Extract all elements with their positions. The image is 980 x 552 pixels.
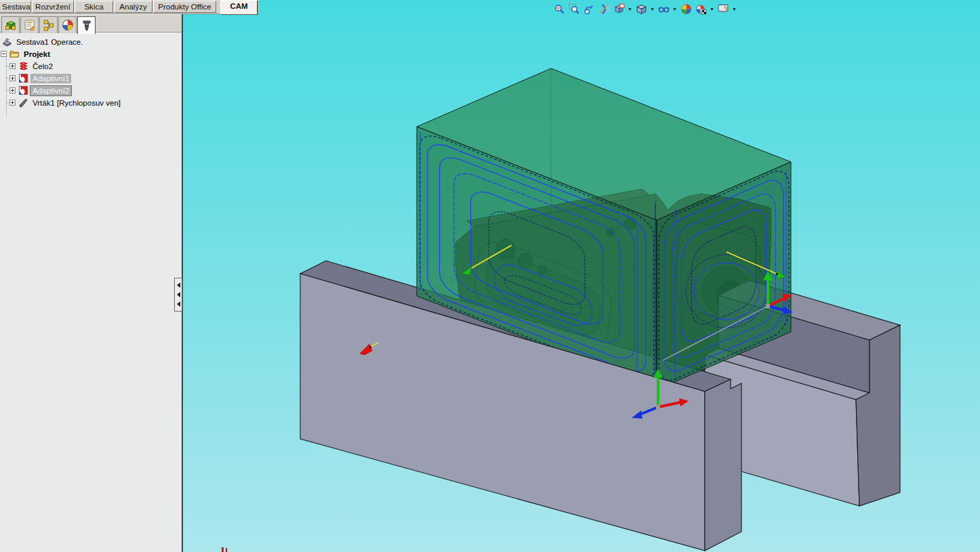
command-tab-label: Sestava: [2, 3, 30, 11]
tree-item-label: Projekt: [22, 49, 52, 59]
previous-view-icon: [584, 3, 595, 15]
zoom-fit-icon: [554, 3, 565, 15]
previous-view-button[interactable]: [581, 2, 596, 16]
tree-connector: [6, 55, 7, 116]
command-tab-analýzy[interactable]: Analýzy: [114, 1, 152, 13]
command-tab-skica[interactable]: Skica: [75, 1, 113, 13]
apply-scene-button[interactable]: [678, 2, 693, 16]
tree-item-sestava1-operace[interactable]: Sestava1 Operace.: [2, 36, 85, 47]
operation-root-icon: [2, 37, 12, 47]
panel-tab-property-manager[interactable]: [20, 16, 39, 33]
section-view-icon: [598, 3, 610, 15]
dropdown-caret-icon[interactable]: ▼: [649, 2, 656, 16]
tree-connector: [6, 66, 10, 66]
panel-tab-feature-tree[interactable]: [1, 16, 20, 33]
application-window: { "command_tabs": { "active_index": 5, "…: [0, 0, 980, 552]
panel-tab-cam-tree[interactable]: [77, 16, 96, 34]
collapse-arrow-icon: [177, 292, 180, 297]
tree-item-label: Čelo2: [30, 62, 55, 71]
adaptive-operation-icon: [18, 73, 28, 83]
drill-operation-icon: [18, 98, 28, 108]
feature-tree-icon: [5, 19, 17, 31]
tree-item-label: Adaptivní1: [30, 74, 71, 83]
collapse-box-icon[interactable]: [1, 51, 7, 57]
appearance-icon: [718, 3, 729, 15]
tree-item-label: Vrták1 [Rychloposuv ven]: [30, 98, 123, 108]
appearance-button[interactable]: [716, 2, 731, 16]
tree-item-adaptivní1[interactable]: Adaptivní1: [9, 72, 71, 84]
adaptive-operation-icon: [18, 85, 28, 95]
command-tab-produkty-office[interactable]: Produkty Office: [153, 1, 216, 13]
collapse-arrow-icon: [177, 282, 180, 288]
tree-connector: [6, 102, 10, 103]
zoom-fit-button[interactable]: [552, 2, 567, 16]
hide-show-items-button[interactable]: [656, 2, 671, 16]
expand-box-icon[interactable]: [9, 100, 16, 106]
render-settings-icon: [695, 3, 707, 15]
expand-box-icon[interactable]: [9, 87, 16, 93]
project-folder-icon: [9, 49, 20, 59]
view-toolbar: ▼▼▼▼▼: [552, 2, 738, 16]
facing-operation-icon: [18, 61, 28, 71]
tree-item-label: Adaptivní2: [30, 86, 71, 95]
command-tab-label: Produkty Office: [158, 3, 211, 11]
command-tab-cam[interactable]: CAM: [220, 0, 258, 14]
panel-collapse-handle[interactable]: [174, 278, 182, 312]
dropdown-caret-icon[interactable]: ▼: [708, 2, 716, 16]
expand-box-icon[interactable]: [9, 63, 16, 69]
feature-manager-tab-strip: [0, 14, 182, 33]
render-settings-button[interactable]: [693, 2, 708, 16]
command-tab-label: CAM: [230, 2, 247, 10]
command-tab-label: Analýzy: [119, 3, 146, 11]
tree-item-adaptivní2[interactable]: Adaptivní2: [9, 85, 71, 96]
tree-connector: [6, 90, 10, 91]
display-style-button[interactable]: [634, 2, 649, 16]
dropdown-caret-icon[interactable]: ▼: [626, 2, 634, 16]
tree-item-vrták1-rychloposuv-ven[interactable]: Vrták1 [Rychloposuv ven]: [9, 97, 123, 108]
cam-operation-tree: Sestava1 Operace.ProjektČelo2Adaptivní1A…: [0, 33, 180, 552]
tree-connector: [6, 78, 10, 79]
panel-tab-appearance-ball[interactable]: [58, 16, 77, 33]
property-manager-icon: [24, 19, 36, 31]
zoom-area-icon: [569, 3, 580, 15]
view-orientation-icon: [613, 3, 625, 15]
appearance-ball-icon: [62, 19, 74, 31]
command-manager-tabs: SestavaRozvrženíSkicaAnalýzyProdukty Off…: [0, 0, 259, 14]
command-tab-label: Skica: [84, 3, 103, 11]
expand-box-icon[interactable]: [9, 75, 16, 81]
tree-item-projekt[interactable]: Projekt: [1, 48, 52, 60]
tree-item-label: Sestava1 Operace.: [14, 37, 85, 47]
zoom-area-button[interactable]: [567, 2, 581, 16]
cam-tree-icon: [81, 20, 93, 32]
dropdown-caret-icon[interactable]: ▼: [731, 2, 738, 16]
command-tab-label: Rozvržení: [35, 3, 70, 11]
collapse-arrow-icon: [177, 301, 180, 307]
view-orientation-button[interactable]: [611, 2, 626, 16]
command-tab-rozvržení[interactable]: Rozvržení: [32, 1, 74, 13]
section-view-button[interactable]: [596, 2, 611, 16]
apply-scene-icon: [680, 3, 692, 15]
tree-item-čelo2[interactable]: Čelo2: [9, 60, 55, 72]
panel-tab-configuration[interactable]: [39, 16, 58, 33]
feature-manager-panel: Sestava1 Operace.ProjektČelo2Adaptivní1A…: [0, 14, 183, 552]
command-tab-sestava[interactable]: Sestava: [0, 1, 31, 13]
configuration-icon: [43, 19, 55, 31]
hide-show-items-icon: [658, 3, 670, 15]
dropdown-caret-icon[interactable]: ▼: [671, 2, 678, 16]
display-style-icon: [636, 3, 647, 15]
